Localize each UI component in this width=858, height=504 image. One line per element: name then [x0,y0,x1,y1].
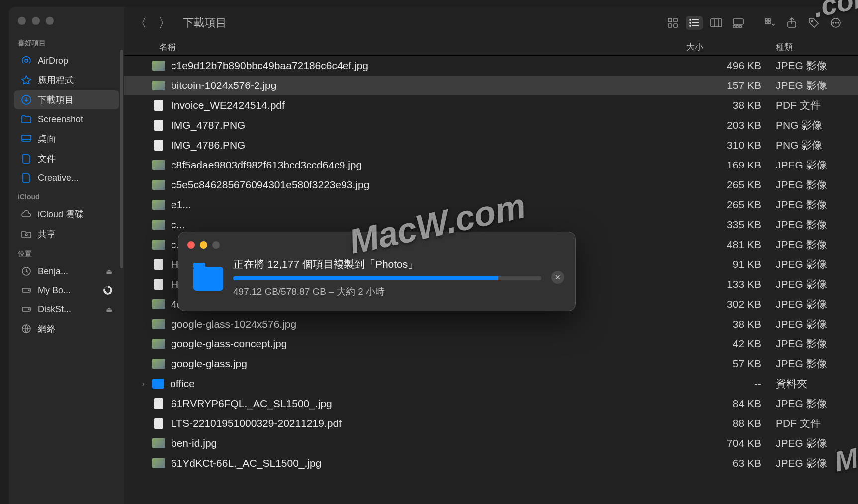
share-icon[interactable] [783,16,800,30]
file-row[interactable]: IMG_4787.PNG203 KBPNG 影像 [124,115,858,135]
sidebar-item-label: Benja... [38,266,100,277]
file-thumb-icon [152,81,165,90]
view-icons-icon[interactable] [664,16,681,30]
dialog-min-dot[interactable] [200,241,207,249]
file-row[interactable]: 61RVRYP6FQL._AC_SL1500_.jpg84 KBJPEG 影像 [124,394,858,414]
more-icon[interactable] [827,16,844,30]
file-size: 496 KB [686,60,776,72]
group-by-icon[interactable] [762,16,778,30]
svg-point-36 [835,22,836,23]
file-kind: JPEG 影像 [776,198,858,212]
file-row[interactable]: e1...265 KBJPEG 影像 [124,195,858,215]
dialog-close-dot[interactable] [187,241,195,249]
sidebar-item-disk[interactable]: DiskSt...⏏ [14,300,119,318]
sidebar-item-disk[interactable]: My Bo... [14,281,119,299]
file-kind: JPEG 影像 [776,297,858,311]
file-kind: JPEG 影像 [776,178,858,192]
eject-icon[interactable]: ⏏ [106,267,112,275]
doc-icon [21,153,32,164]
file-row[interactable]: 61YdKCt-66L._AC_SL1500_.jpg63 KBJPEG 影像 [124,453,858,473]
time-icon [21,266,32,277]
file-thumb-icon [152,339,165,349]
cancel-copy-icon[interactable]: ✕ [551,271,564,284]
sidebar-item-doc[interactable]: Creative... [14,169,119,187]
view-gallery-icon[interactable] [730,16,747,30]
sidebar-item-folder[interactable]: Screenshot [14,110,119,128]
sidebar-item-label: Screenshot [38,114,112,125]
file-row[interactable]: c8f5adae9803df982f613bcd3ccd64c9.jpg169 … [124,155,858,175]
file-kind: PDF 文件 [776,98,858,112]
sidebar-item-globe[interactable]: 網絡 [14,319,119,338]
col-kind[interactable]: 種類 [776,41,858,53]
file-name: google-glass-concept.jpg [171,338,686,350]
file-kind: PDF 文件 [776,417,858,430]
svg-point-33 [811,20,813,22]
sidebar-item-shared[interactable]: 共享 [14,225,119,244]
sidebar-item-label: 應用程式 [38,74,112,86]
file-size: 157 KB [686,80,776,91]
file-row[interactable]: bitcoin-1024x576-2.jpg157 KBJPEG 影像 [124,76,858,95]
sidebar-item-time[interactable]: Benja...⏏ [14,262,119,280]
nav-forward-icon[interactable]: 〉 [158,14,171,32]
window-title: 下載項目 [183,15,227,30]
sidebar-item-doc[interactable]: 文件 [14,149,119,168]
disk-icon [21,304,32,315]
file-name: c... [171,219,686,231]
max-dot[interactable] [46,17,54,25]
file-size: 57 KB [686,358,776,370]
file-row[interactable]: Invoice_WE2424514.pdf38 KBPDF 文件 [124,95,858,115]
file-row[interactable]: c5e5c846285676094301e580f3223e93.jpg265 … [124,175,858,195]
close-dot[interactable] [18,17,26,25]
eject-icon[interactable]: ⏏ [106,305,112,313]
file-size: 310 KB [686,139,776,151]
view-list-icon[interactable] [686,16,703,30]
file-row[interactable]: ben-id.jpg704 KBJPEG 影像 [124,433,858,453]
file-kind: JPEG 影像 [776,397,858,411]
file-row[interactable]: google-glass-concept.jpg42 KBJPEG 影像 [124,334,858,354]
progress-fill [233,276,498,280]
file-name: IMG_4787.PNG [171,119,686,131]
file-size: 84 KB [686,398,776,410]
copy-subtitle: 497.12 GB/578.87 GB – 大約 2 小時 [233,285,541,298]
tag-icon[interactable] [805,16,822,30]
sidebar-item-cloud[interactable]: iCloud 雲碟 [14,205,119,224]
col-size[interactable]: 大小 [686,41,776,53]
file-row[interactable]: google-glass-1024x576.jpg38 KBJPEG 影像 [124,314,858,334]
svg-rect-29 [768,19,770,21]
file-name: Invoice_WE2424514.pdf [171,99,686,111]
file-size: 38 KB [686,99,776,111]
file-row[interactable]: IMG_4786.PNG310 KBPNG 影像 [124,135,858,155]
sidebar-section-title: 喜好項目 [9,34,124,51]
sidebar-item-download[interactable]: 下載項目 [14,90,119,109]
file-row[interactable]: c1e9d12b7b890bbc49baa72186c6c4ef.jpg496 … [124,56,858,76]
sidebar-scrollbar[interactable] [120,50,123,268]
svg-rect-25 [733,26,735,27]
file-name: ben-id.jpg [171,437,686,449]
file-thumb-icon [152,299,165,309]
svg-rect-13 [668,24,672,27]
nav-back-icon[interactable]: 〈 [134,14,147,32]
file-row[interactable]: ›office--資料夾 [124,374,858,394]
file-size: 42 KB [686,338,776,350]
file-row[interactable]: google-glass.jpg57 KBJPEG 影像 [124,354,858,374]
col-name[interactable]: 名稱 [159,41,686,53]
file-name: bitcoin-1024x576-2.jpg [171,80,686,91]
file-row[interactable]: LTS-22101951000329-20211219.pdf88 KBPDF … [124,414,858,433]
min-dot[interactable] [32,17,40,25]
sidebar-item-apps[interactable]: 應用程式 [14,71,119,89]
sidebar-item-label: Creative... [38,173,112,183]
file-thumb-icon [154,259,163,270]
sidebar-item-airdrop[interactable]: AirDrop [14,52,119,70]
svg-point-35 [833,22,834,23]
file-name: LTS-22101951000329-20211219.pdf [171,418,686,429]
view-columns-icon[interactable] [708,16,725,30]
dialog-max-dot [212,241,220,249]
svg-point-19 [690,22,691,23]
disclosure-icon[interactable]: › [142,380,152,388]
sidebar-item-desktop[interactable]: 桌面 [14,129,119,148]
folder-icon [21,114,32,125]
file-thumb-icon [152,220,165,230]
sidebar-item-label: iCloud 雲碟 [38,208,112,220]
file-size: 203 KB [686,119,776,131]
file-size: 63 KB [686,457,776,469]
